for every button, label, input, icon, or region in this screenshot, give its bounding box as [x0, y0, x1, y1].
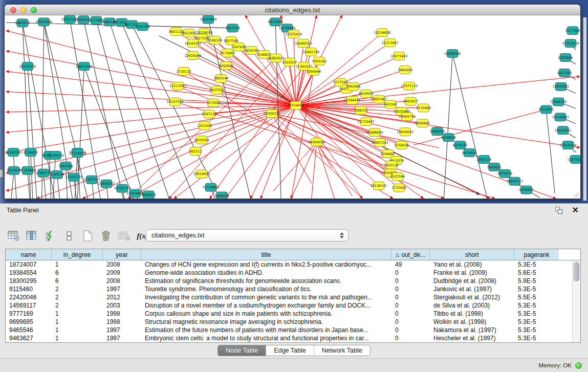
table-cell[interactable]: 1997: [103, 334, 141, 342]
close-panel-icon[interactable]: ✕: [572, 205, 579, 215]
table-cell[interactable]: 5.3E-5: [514, 260, 559, 269]
graph-edge[interactable]: [317, 142, 335, 199]
graph-node[interactable]: 7857224: [225, 24, 240, 32]
graph-edge[interactable]: [6, 31, 296, 105]
table-row[interactable]: 911546021997Tourette syndrome. Phenomeno…: [6, 285, 580, 293]
graph-node[interactable]: 10688609: [366, 128, 383, 137]
graph-node[interactable]: 962160: [384, 100, 397, 108]
graph-node[interactable]: 25160350: [5, 148, 22, 157]
graph-node[interactable]: 1145194: [50, 170, 64, 179]
table-cell[interactable]: 2: [52, 301, 103, 310]
table-cell[interactable]: 5.3E-5: [514, 318, 559, 326]
graph-node[interactable]: 9245012: [141, 191, 156, 199]
column-header-name[interactable]: name: [6, 249, 52, 260]
graph-node[interactable]: 2522544: [390, 172, 405, 181]
graph-node[interactable]: 982212: [189, 147, 202, 156]
table-cell[interactable]: 2: [52, 285, 103, 293]
graph-node[interactable]: 7485063: [398, 65, 412, 74]
graph-node[interactable]: 15751074: [562, 39, 579, 48]
table-cell[interactable]: Tourette syndrome. Phenomenology and cla…: [141, 285, 391, 293]
graph-node[interactable]: 2935114: [477, 155, 492, 163]
table-cell[interactable]: 5.3E-5: [514, 301, 559, 310]
graph-node[interactable]: 6879197: [453, 141, 468, 149]
graph-edge[interactable]: [6, 105, 296, 133]
graph-edge[interactable]: [6, 71, 296, 105]
table-cell[interactable]: 2012: [103, 293, 141, 301]
table-cell[interactable]: 0: [391, 269, 430, 277]
graph-node[interactable]: 7986322: [354, 106, 368, 115]
table-cell[interactable]: 2: [52, 293, 103, 301]
graph-node[interactable]: 1733426: [391, 184, 406, 192]
splitter-knob[interactable]: [291, 199, 296, 202]
table-cell[interactable]: 19384554: [6, 269, 52, 277]
graph-edge[interactable]: [452, 54, 487, 199]
graph-node[interactable]: 11675312: [567, 155, 580, 163]
graph-node[interactable]: 8215955: [539, 105, 554, 114]
delete-column-icon[interactable]: [99, 230, 112, 243]
graph-node[interactable]: 9267110: [202, 110, 217, 118]
graph-node[interactable]: 12213967: [382, 39, 399, 47]
tab-network-table[interactable]: Network Table: [314, 345, 370, 356]
table-cell[interactable]: 1998: [103, 318, 141, 326]
window-resize-grip[interactable]: [572, 190, 579, 198]
table-cell[interactable]: 1: [52, 310, 103, 318]
table-cell[interactable]: 0: [391, 301, 430, 310]
table-cell[interactable]: Estimation of the future numbers of pati…: [141, 326, 391, 334]
graph-node[interactable]: 8471676: [497, 169, 512, 178]
select-all-icon[interactable]: [44, 230, 57, 243]
graph-node[interactable]: 15718485: [202, 183, 219, 191]
table-cell[interactable]: Stergiakouli et al. (2012): [430, 293, 514, 301]
graph-edge[interactable]: [6, 105, 296, 112]
graph-node[interactable]: 8624554: [359, 90, 374, 98]
graph-node[interactable]: 12213383: [169, 82, 186, 90]
table-cell[interactable]: 2003: [103, 301, 141, 310]
graph-node[interactable]: 7632621: [487, 163, 502, 171]
graph-node[interactable]: 18107554: [167, 98, 184, 106]
table-cell[interactable]: Jankovic et al. (1997): [430, 285, 514, 293]
graph-node[interactable]: 17975115: [401, 82, 418, 90]
select-columns-icon[interactable]: [26, 230, 38, 243]
graph-node[interactable]: 1815132: [384, 161, 399, 169]
collapsed-panel-handle[interactable]: [0, 169, 3, 178]
vertical-scrollbar[interactable]: [572, 260, 580, 342]
table-cell[interactable]: 1: [52, 334, 103, 342]
table-cell[interactable]: Hescheler et al. (1997): [430, 334, 514, 342]
table-cell[interactable]: 5.5E-5: [514, 293, 559, 301]
graph-node[interactable]: 17016504: [560, 141, 577, 149]
table-cell[interactable]: 1997: [103, 326, 141, 334]
graph-node[interactable]: 9405571: [15, 19, 30, 27]
graph-node[interactable]: 9242844: [219, 61, 233, 70]
graph-node[interactable]: 9115460: [416, 104, 431, 112]
graph-node[interactable]: 16961758: [302, 48, 319, 56]
graph-node[interactable]: 2718120: [177, 67, 191, 75]
graph-edge[interactable]: [6, 105, 296, 191]
table-cell[interactable]: Genome-wide association studies in ADHD.: [141, 269, 391, 277]
graph-node[interactable]: 7462666: [346, 82, 361, 91]
graph-edge[interactable]: [70, 19, 100, 199]
tab-edge-table[interactable]: Edge Table: [266, 345, 314, 356]
graph-node[interactable]: 16033809: [200, 15, 216, 24]
table-cell[interactable]: Estimation of significance thresholds fo…: [141, 277, 391, 285]
graph-node[interactable]: 15720407: [358, 118, 375, 126]
graph-node[interactable]: 9899695: [415, 119, 430, 127]
table-cell[interactable]: 1: [52, 326, 103, 334]
table-cell[interactable]: 1997: [103, 285, 141, 293]
table-cell[interactable]: 9463627: [6, 334, 52, 342]
table-selector-dropdown[interactable]: citations_edges.txt: [146, 229, 349, 242]
scrollbar-thumb[interactable]: [574, 262, 579, 281]
table-row[interactable]: 1830029562008Estimation of significance …: [6, 277, 580, 285]
graph-edge[interactable]: [13, 152, 16, 199]
table-cell[interactable]: 5.3E-5: [514, 285, 559, 293]
graph-edge[interactable]: [110, 22, 169, 199]
table-cell[interactable]: 0: [391, 293, 430, 301]
graph-node[interactable]: 19654923: [397, 128, 413, 136]
table-cell[interactable]: 5.3E-5: [514, 334, 559, 342]
graph-node[interactable]: 20591406: [35, 18, 52, 26]
table-cell[interactable]: 0: [391, 334, 430, 342]
table-row[interactable]: 1456911722003Disruption of a novel membe…: [6, 301, 580, 310]
table-cell[interactable]: 1: [52, 318, 103, 326]
table-cell[interactable]: 2009: [103, 269, 141, 277]
graph-node[interactable]: 7397588: [58, 162, 73, 170]
column-header-short[interactable]: short: [430, 249, 514, 260]
graph-node[interactable]: 7955243: [312, 57, 326, 65]
